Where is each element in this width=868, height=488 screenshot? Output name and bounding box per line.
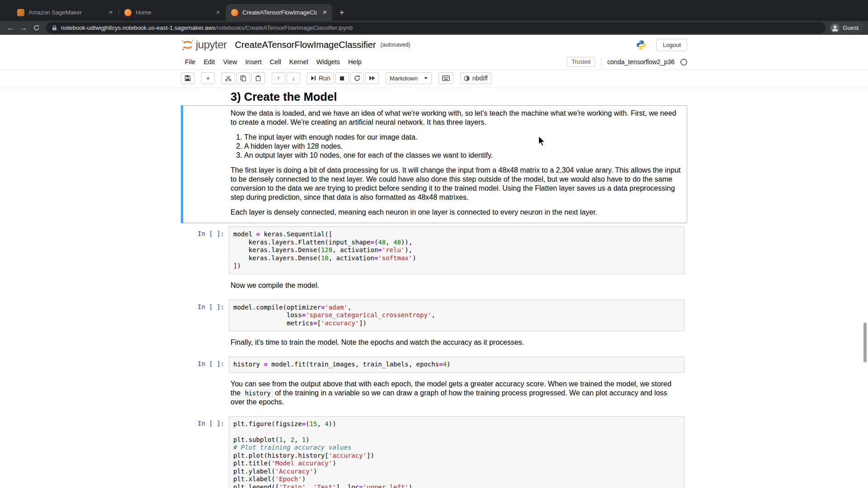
url-path: /notebooks/CreateATensorFlowImageClassif…: [215, 24, 353, 31]
menu-file[interactable]: File: [181, 58, 199, 66]
markdown-cell-compile[interactable]: Now we compile the model.: [181, 277, 687, 296]
move-cell-up-button[interactable]: ↑: [272, 72, 285, 84]
restart-run-all-button[interactable]: [365, 72, 379, 84]
menu-help[interactable]: Help: [344, 58, 366, 66]
tab-title: Amazon SageMaker: [28, 9, 103, 16]
menu-view[interactable]: View: [219, 58, 241, 66]
code-input-area[interactable]: model.compile(optimizer='adam', loss='sp…: [229, 300, 684, 332]
menu-kernel[interactable]: Kernel: [285, 58, 312, 66]
code-editor[interactable]: model.compile(optimizer='adam', loss='sp…: [229, 300, 684, 331]
list-item: An output layer with 10 nodes, one for e…: [244, 151, 681, 160]
code-input-area[interactable]: history = model.fit(train_images, train_…: [229, 357, 684, 373]
back-icon[interactable]: ←: [5, 22, 17, 34]
close-tab-icon[interactable]: ×: [321, 9, 329, 16]
code-input-area[interactable]: model = keras.Sequential([ keras.layers.…: [229, 226, 684, 274]
url-address-bar[interactable]: notebook-udtwigjh8cys.notebook.us-east-1…: [46, 22, 826, 33]
fast-forward-icon: [369, 75, 375, 81]
run-icon: [311, 75, 316, 81]
kernel-idle-indicator-icon: [680, 59, 687, 66]
forward-icon[interactable]: →: [17, 22, 30, 34]
markdown-cell-train[interactable]: Finally, it's time to train the model. N…: [181, 334, 687, 353]
markdown-ordered-list: The input layer with enough nodes for ou…: [231, 133, 681, 160]
paste-cell-button[interactable]: [251, 72, 265, 84]
notebook-area: 3) Create the Model Now the data is load…: [181, 88, 687, 488]
cell-prompt-empty: [184, 280, 229, 294]
new-tab-button[interactable]: +: [336, 7, 348, 19]
save-button[interactable]: [181, 72, 194, 84]
code-editor[interactable]: model = keras.Sequential([ keras.layers.…: [229, 227, 684, 274]
code-editor[interactable]: plt.figure(figsize=(15, 4)) plt.subplot(…: [229, 417, 684, 488]
scissors-icon: [225, 75, 231, 81]
code-cell-model[interactable]: In [ ]: model = keras.Sequential([ keras…: [181, 224, 687, 277]
browser-profile-button[interactable]: Guest: [829, 22, 863, 34]
markdown-paragraph: The first layer is doing a bit of data p…: [231, 166, 681, 202]
cell-type-dropdown[interactable]: Markdown: [386, 72, 432, 84]
markdown-paragraph: Finally, it's time to train the model. N…: [231, 338, 681, 347]
interrupt-kernel-button[interactable]: [335, 72, 349, 84]
autosave-status: (autosaved): [381, 42, 410, 48]
jupyter-header: jupyter CreateATensorFlowImageClassifier…: [0, 35, 868, 55]
code-input-area[interactable]: plt.figure(figsize=(15, 4)) plt.subplot(…: [229, 416, 684, 488]
menu-edit[interactable]: Edit: [199, 58, 219, 66]
code-editor[interactable]: history = model.fit(train_images, train_…: [229, 357, 684, 372]
tab-home[interactable]: Home ×: [119, 4, 226, 21]
tab-title: Home: [136, 9, 210, 16]
avatar: [830, 23, 840, 33]
menu-widgets[interactable]: Widgets: [312, 58, 344, 66]
command-palette-button[interactable]: [439, 72, 453, 84]
lock-icon: [52, 25, 57, 31]
run-label: Run: [319, 75, 330, 82]
section-heading: 3) Create the Model: [231, 92, 681, 101]
stop-icon: [340, 76, 344, 81]
menu-insert[interactable]: Insert: [241, 58, 266, 66]
restart-kernel-button[interactable]: [350, 72, 364, 84]
page-scrollbar[interactable]: [863, 323, 867, 362]
logout-button[interactable]: Logout: [656, 39, 687, 51]
tab-title: CreateATensorFlowImageClass: [242, 9, 317, 16]
input-prompt: In [ ]:: [184, 300, 229, 332]
close-tab-icon[interactable]: ×: [107, 9, 115, 16]
cell-prompt-empty: [184, 337, 229, 351]
reload-icon[interactable]: [30, 22, 42, 34]
browser-toolbar: ← → notebook-udtwigjh8cys.notebook.us-ea…: [0, 21, 868, 35]
move-cell-down-button[interactable]: ↓: [287, 72, 300, 84]
markdown-paragraph: Now we compile the model.: [231, 281, 681, 290]
copy-cell-button[interactable]: [236, 72, 250, 84]
insert-cell-below-button[interactable]: +: [201, 72, 215, 84]
markdown-cell-heading[interactable]: 3) Create the Model: [181, 89, 687, 105]
cell-prompt-empty: [184, 108, 229, 221]
code-cell-fit[interactable]: In [ ]: history = model.fit(train_images…: [181, 354, 687, 375]
cell-prompt-empty: [184, 91, 229, 102]
python-logo-icon: [636, 40, 646, 50]
profile-name: Guest: [843, 24, 859, 31]
tab-amazon-sagemaker[interactable]: Amazon SageMaker ×: [12, 4, 118, 21]
jupyter-page: jupyter CreateATensorFlowImageClassifier…: [0, 35, 868, 488]
trusted-badge[interactable]: Trusted: [567, 57, 595, 67]
nbdiff-button[interactable]: nbdiff: [460, 72, 491, 84]
cut-cell-button[interactable]: [222, 72, 235, 84]
url-domain: notebook-udtwigjh8cys.notebook.us-east-1…: [61, 24, 215, 31]
code-cell-compile[interactable]: In [ ]: model.compile(optimizer='adam', …: [181, 297, 687, 334]
nbdiff-label: nbdiff: [472, 75, 488, 82]
tab-notebook-active[interactable]: CreateATensorFlowImageClass ×: [226, 4, 332, 21]
input-prompt: In [ ]:: [184, 416, 229, 488]
list-item: A hidden layer with 128 nodes.: [244, 142, 681, 151]
notebook-title[interactable]: CreateATensorFlowImageClassifier: [235, 40, 376, 50]
plus-icon: +: [206, 75, 210, 81]
menu-cell[interactable]: Cell: [266, 58, 285, 66]
close-tab-icon[interactable]: ×: [214, 9, 222, 16]
clipboard-icon: [255, 75, 261, 81]
markdown-cell-selected[interactable]: Now the data is loaded, and we have an i…: [181, 105, 687, 223]
run-cell-button[interactable]: Run: [307, 72, 334, 84]
copy-icon: [240, 75, 246, 81]
jupyter-favicon-icon: [124, 9, 132, 16]
keyboard-icon: [442, 75, 450, 81]
arrow-down-icon: ↓: [292, 75, 295, 81]
jupyter-logo[interactable]: jupyter: [181, 38, 227, 52]
save-icon: [184, 75, 191, 81]
input-prompt: In [ ]:: [184, 357, 229, 373]
person-icon: [830, 23, 840, 33]
code-cell-plot[interactable]: In [ ]: plt.figure(figsize=(15, 4)) plt.…: [181, 413, 687, 488]
markdown-cell-history[interactable]: You can see from the output above that w…: [181, 376, 687, 413]
sagemaker-favicon-icon: [17, 9, 24, 16]
